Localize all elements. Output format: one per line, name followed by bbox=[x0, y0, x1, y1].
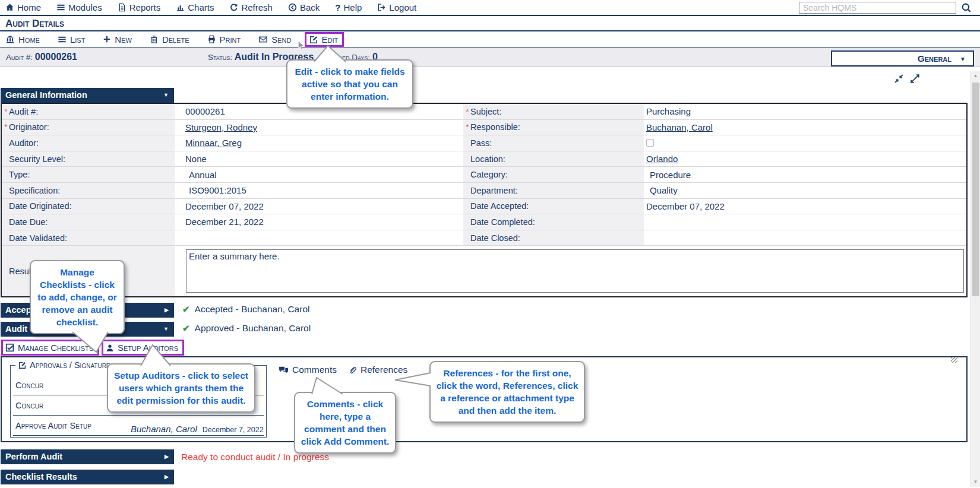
results-textarea[interactable] bbox=[186, 249, 964, 293]
approval-row: Approve Audit Setup Buchanan, Carol Dece… bbox=[13, 416, 264, 436]
back-icon bbox=[288, 3, 297, 12]
pass-checkbox[interactable] bbox=[646, 139, 654, 147]
field-value: Procedure bbox=[644, 167, 966, 183]
references-tooltip: References - for the first one, click th… bbox=[429, 361, 585, 423]
bank-icon bbox=[5, 35, 15, 44]
toolbar-label: Print bbox=[220, 34, 241, 45]
vertical-scrollbar[interactable]: ▲ ▼ bbox=[970, 71, 980, 487]
refresh-icon bbox=[229, 3, 238, 12]
toolbar-delete-button[interactable]: Delete bbox=[150, 34, 189, 45]
search-input[interactable] bbox=[799, 2, 956, 14]
nav-label: Help bbox=[344, 2, 362, 12]
field-value-link[interactable]: Buchanan, Carol bbox=[646, 122, 713, 132]
chevron-right-icon: ▶ bbox=[165, 470, 169, 484]
nav-help[interactable]: ? Help bbox=[335, 2, 362, 12]
field-label: *Subject: bbox=[463, 104, 644, 120]
toolbar-label: New bbox=[115, 34, 132, 45]
trash-icon bbox=[150, 35, 159, 44]
tooltip-text: Comments - click here, type a comment an… bbox=[301, 399, 389, 446]
paperclip-icon bbox=[348, 366, 357, 375]
acceptance-status: ✔ Accepted - Buchanan, Carol bbox=[182, 304, 309, 315]
field-label: Date Accepted: bbox=[463, 199, 644, 215]
field-value-link[interactable]: Orlando bbox=[646, 154, 678, 164]
signature-name: Buchanan, Carol bbox=[131, 424, 197, 434]
approval-step-label: Concur bbox=[15, 381, 43, 390]
nav-label: Home bbox=[17, 2, 41, 12]
legend-label: Approvals / Signatures bbox=[30, 360, 114, 370]
link-label: Comments bbox=[292, 365, 337, 375]
record-status-bar: Audit #: 00000261 Status: Audit In Progr… bbox=[0, 47, 980, 67]
logout-icon bbox=[377, 3, 386, 12]
required-asterisk: * bbox=[466, 107, 470, 116]
toolbar-home-button[interactable]: Home bbox=[5, 34, 40, 45]
tooltip-text: Setup Auditors - click to select users w… bbox=[114, 370, 248, 405]
nav-refresh[interactable]: Refresh bbox=[229, 2, 273, 12]
nav-label: Modules bbox=[68, 2, 102, 12]
nav-modules[interactable]: Modules bbox=[56, 2, 102, 12]
scroll-down-arrow[interactable]: ▼ bbox=[971, 477, 980, 487]
field-value: None bbox=[175, 151, 463, 167]
expand-icon[interactable] bbox=[910, 74, 920, 84]
nav-charts[interactable]: Charts bbox=[176, 2, 214, 12]
field-value-link[interactable]: Sturgeon, Rodney bbox=[185, 122, 257, 132]
chevron-right-icon: ▶ bbox=[165, 449, 169, 464]
field-label: Auditor: bbox=[2, 135, 175, 151]
view-selector-value: General bbox=[918, 53, 951, 64]
field-value: ISO9001:2015 bbox=[175, 183, 463, 199]
charts-icon bbox=[176, 3, 185, 12]
page-title: Audit Details bbox=[0, 16, 980, 31]
signature-date: December 7, 2022 bbox=[203, 426, 264, 434]
field-value: Orlando bbox=[644, 151, 966, 167]
chevron-down-icon: ▼ bbox=[163, 88, 169, 103]
field-value: Quality bbox=[644, 183, 966, 199]
nav-logout[interactable]: Logout bbox=[377, 2, 416, 12]
nav-back[interactable]: Back bbox=[288, 2, 320, 12]
chevron-right-icon: ▶ bbox=[165, 303, 169, 318]
toolbar-list-button[interactable]: List bbox=[58, 34, 85, 45]
reports-icon bbox=[118, 3, 127, 12]
required-asterisk: * bbox=[4, 107, 9, 116]
section-general-information[interactable]: General Information ▼ bbox=[1, 88, 174, 103]
scrollbar-thumb[interactable] bbox=[972, 83, 979, 296]
collapse-icon[interactable] bbox=[894, 74, 904, 84]
field-value bbox=[175, 230, 463, 246]
section-title: General Information bbox=[5, 90, 87, 100]
toolbar-print-button[interactable]: Print bbox=[207, 34, 241, 45]
tooltip-text: References - for the first one, click th… bbox=[437, 368, 578, 416]
scroll-up-arrow[interactable]: ▲ bbox=[971, 71, 980, 81]
toolbar-label: Home bbox=[18, 34, 40, 45]
toolbar-send-button[interactable]: Send bbox=[258, 34, 291, 45]
toolbar-label: List bbox=[70, 34, 85, 45]
field-label: Department: bbox=[463, 183, 644, 199]
field-value bbox=[644, 230, 966, 246]
field-label: Specification: bbox=[2, 183, 175, 199]
comments-link[interactable]: Comments bbox=[279, 365, 337, 375]
field-label: Location: bbox=[463, 151, 644, 167]
view-selector-dropdown[interactable]: General ▼ bbox=[831, 50, 974, 66]
setup-auditors-tooltip: Setup Auditors - click to select users w… bbox=[107, 363, 255, 413]
nav-label: Reports bbox=[129, 2, 161, 12]
toolbar-label: Edit bbox=[322, 34, 339, 45]
field-label: Date Completed: bbox=[463, 214, 644, 230]
signature: Buchanan, Carol December 7, 2022 bbox=[131, 419, 264, 440]
modules-icon bbox=[58, 35, 67, 44]
top-nav: Home Modules Reports Charts Refresh Back… bbox=[0, 0, 980, 16]
field-value: Sturgeon, Rodney bbox=[175, 120, 463, 136]
nav-reports[interactable]: Reports bbox=[118, 2, 161, 12]
audit-number-value: 00000261 bbox=[35, 52, 77, 62]
toolbar-new-button[interactable]: New bbox=[103, 34, 132, 45]
field-label: *Responsible: bbox=[463, 120, 644, 136]
chevron-down-icon: ▼ bbox=[163, 322, 169, 337]
nav-home[interactable]: Home bbox=[5, 2, 41, 12]
field-value-link[interactable]: Minnaar, Greg bbox=[185, 138, 242, 148]
section-checklist-results[interactable]: Checklist Results ▶ bbox=[1, 470, 174, 484]
home-icon bbox=[5, 3, 14, 12]
help-icon: ? bbox=[335, 2, 340, 12]
field-value: December 07, 2022 bbox=[644, 199, 966, 215]
field-value: Annual bbox=[175, 167, 463, 183]
chevron-down-icon: ▼ bbox=[960, 52, 966, 66]
search-button[interactable] bbox=[961, 2, 972, 13]
mouse-cursor-icon bbox=[297, 41, 305, 51]
section-perform-audit[interactable]: Perform Audit ▶ bbox=[1, 449, 174, 464]
general-information-panel: *Audit #: 00000261 *Subject: Purchasing … bbox=[1, 103, 968, 297]
